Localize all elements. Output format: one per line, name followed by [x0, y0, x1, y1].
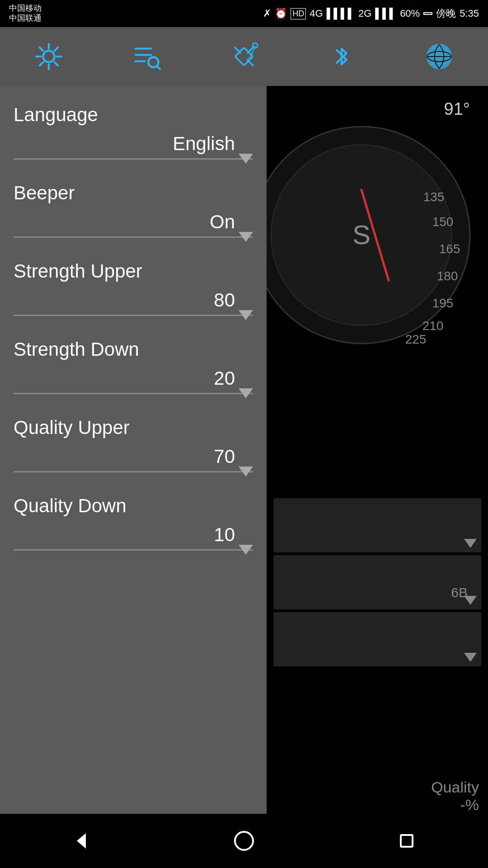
svg-line-5: [157, 66, 160, 69]
svg-point-0: [43, 51, 54, 62]
signal-4g: 4G: [310, 8, 323, 19]
strength-down-value: 20: [214, 368, 235, 389]
setting-row-strength-down[interactable]: Strength Down 20: [0, 321, 267, 399]
recent-button[interactable]: [389, 823, 425, 859]
signal-bars-2: ▌▌▌: [375, 8, 396, 19]
strength-upper-slider-thumb: [239, 310, 253, 320]
quality-down-slider-thumb: [239, 545, 253, 555]
quality-down-label: Quality Down: [14, 495, 253, 517]
bottom-row-2: 6B: [273, 555, 481, 609]
beeper-slider-thumb: [239, 232, 253, 242]
search-list-nav-icon[interactable]: [128, 38, 164, 75]
beeper-slider[interactable]: [14, 236, 253, 238]
beeper-label: Beeper: [14, 182, 253, 204]
quality-upper-slider[interactable]: [14, 471, 253, 472]
compass-container: S 135 150 165 180 195 210 225: [267, 122, 474, 348]
svg-line-7: [235, 47, 241, 53]
svg-text:165: 165: [439, 242, 460, 256]
compass-svg: S 135 150 165 180 195 210 225: [267, 122, 474, 348]
setting-row-strength-upper[interactable]: Strength Upper 80: [0, 242, 267, 321]
satellite-nav-icon[interactable]: [226, 38, 262, 75]
globe-nav-icon[interactable]: [421, 38, 457, 75]
bluetooth-status-icon: ✗: [263, 8, 271, 19]
quality-label: Quality -%: [431, 778, 479, 814]
strength-upper-value: 80: [214, 289, 235, 311]
language-label: Language: [14, 104, 253, 126]
quality-down-slider[interactable]: [14, 549, 253, 551]
strength-upper-label: Strength Upper: [14, 260, 253, 282]
quality-upper-slider-thumb: [239, 467, 253, 476]
bottom-row-3-arrow: [464, 653, 477, 662]
carrier2: 中国联通: [9, 14, 42, 24]
time: 5:35: [460, 8, 479, 19]
quality-upper-value: 70: [214, 446, 235, 467]
nav-bar: [0, 27, 488, 86]
main-area: Language English Beeper On Strength Uppe…: [0, 86, 488, 868]
status-right: ✗ ⏰ HD 4G ▌▌▌▌ 2G ▌▌▌ 60% 傍晚 5:35: [263, 7, 479, 20]
signal-2g: 2G: [358, 8, 371, 19]
setting-row-language[interactable]: Language English: [0, 86, 267, 164]
language-slider[interactable]: [14, 158, 253, 160]
bottom-row-1-arrow: [464, 539, 477, 548]
svg-text:210: 210: [422, 319, 444, 333]
settings-nav-icon[interactable]: [31, 38, 67, 75]
svg-text:225: 225: [405, 332, 427, 346]
setting-row-quality-down[interactable]: Quality Down 10: [0, 477, 267, 555]
compass-degree: 91°: [444, 99, 470, 119]
svg-rect-27: [401, 835, 413, 847]
bottom-row-1: [273, 498, 481, 552]
strength-down-slider[interactable]: [14, 393, 253, 394]
svg-text:195: 195: [432, 296, 454, 310]
quality-upper-label: Quality Upper: [14, 417, 253, 439]
hd-icon: HD: [291, 8, 306, 19]
bottom-sections: 6B: [267, 495, 488, 669]
battery-percent: 60%: [400, 8, 420, 19]
svg-text:135: 135: [423, 190, 445, 204]
bottom-row-3: [273, 612, 481, 666]
android-nav: [0, 814, 488, 868]
back-button[interactable]: [63, 823, 99, 859]
alarm-icon: ⏰: [275, 8, 287, 19]
bluetooth-nav-icon[interactable]: [324, 38, 360, 75]
svg-point-26: [235, 832, 253, 850]
language-value: English: [173, 133, 235, 155]
setting-row-quality-upper[interactable]: Quality Upper 70: [0, 399, 267, 477]
svg-marker-25: [77, 833, 86, 849]
carrier1: 中国移动: [9, 4, 42, 14]
carrier-info: 中国移动 中国联通: [9, 4, 42, 23]
strength-down-slider-thumb: [239, 388, 253, 398]
strength-upper-slider[interactable]: [14, 315, 253, 316]
svg-text:150: 150: [432, 215, 454, 229]
battery-icon: [423, 12, 432, 15]
signal-bars-1: ▌▌▌▌: [327, 8, 355, 19]
setting-row-beeper[interactable]: Beeper On: [0, 164, 267, 242]
settings-panel: Language English Beeper On Strength Uppe…: [0, 86, 267, 868]
right-panel: 91° S 135 150 165 180 19: [267, 86, 488, 868]
svg-text:180: 180: [437, 269, 458, 283]
svg-text:S: S: [352, 220, 371, 250]
quality-down-value: 10: [214, 524, 235, 546]
strength-down-label: Strength Down: [14, 339, 253, 360]
time-period: 傍晚: [436, 7, 456, 20]
beeper-value: On: [210, 211, 235, 233]
svg-line-9: [247, 60, 253, 66]
home-button[interactable]: [226, 823, 262, 859]
status-bar: 中国移动 中国联通 ✗ ⏰ HD 4G ▌▌▌▌ 2G ▌▌▌ 60% 傍晚 5…: [0, 0, 488, 27]
bottom-row-2-arrow: [464, 596, 477, 605]
language-slider-thumb: [239, 154, 253, 164]
